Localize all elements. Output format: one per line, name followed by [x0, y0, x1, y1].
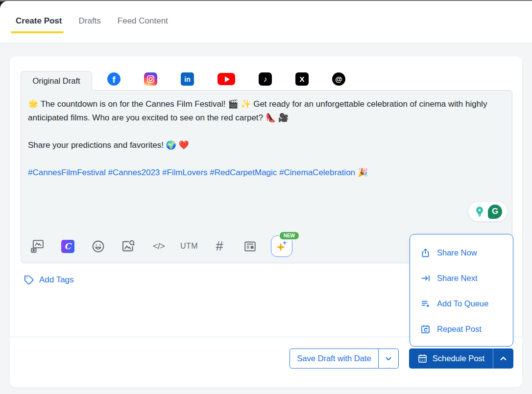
menu-item-label: Share Next [437, 274, 478, 283]
post-editor[interactable]: 🌟 The countdown is on for the Cannes Fil… [21, 91, 512, 193]
grammarly-suggestion-bulb-icon[interactable] [474, 206, 485, 217]
save-draft-dropdown-toggle[interactable] [378, 349, 398, 368]
post-template-icon[interactable] [241, 237, 259, 255]
instagram-icon[interactable] [144, 72, 157, 86]
ai-assistant-icon[interactable]: NEW [271, 235, 292, 257]
image-search-icon[interactable] [119, 237, 138, 255]
utm-label: UTM [180, 242, 198, 251]
menu-item-label: Repeat Post [437, 324, 482, 334]
youtube-play-glyph [225, 76, 230, 82]
hashtag-tool-icon[interactable]: # [210, 237, 229, 255]
x-glyph: X [299, 75, 304, 83]
hashtag-glyph: # [216, 239, 223, 254]
main-tabs: Create Post Drafts Feed Content [16, 16, 168, 26]
tiktok-glyph: ♪ [264, 75, 267, 84]
x-icon[interactable]: X [295, 72, 309, 86]
youtube-icon[interactable] [218, 73, 235, 85]
threads-icon[interactable]: @ [332, 72, 345, 86]
post-hashtags-line: #CannesFilmFestival #Cannes2023 #FilmLov… [28, 166, 505, 180]
share-now-icon [420, 248, 431, 258]
tab-original-draft[interactable]: Original Draft [21, 71, 92, 91]
save-draft-split-button: Save Draft with Date [290, 348, 399, 369]
active-tab-underline [11, 31, 64, 33]
chevron-down-icon [384, 354, 393, 363]
threads-glyph: @ [335, 75, 342, 83]
chevron-up-icon [499, 354, 508, 363]
editor-toolbar: C </> UTM # NEW [28, 233, 292, 259]
original-draft-label: Original Draft [32, 76, 80, 86]
post-hashtags[interactable]: #CannesFilmFestival #Cannes2023 #FilmLov… [28, 168, 355, 177]
add-tags-label: Add Tags [39, 275, 74, 285]
menu-item-share-next[interactable]: Share Next [410, 265, 513, 291]
embed-code-icon[interactable]: </> [149, 237, 168, 255]
grammarly-logo-icon[interactable]: G [488, 205, 502, 219]
tag-icon [24, 275, 34, 285]
schedule-post-label: Schedule Post [433, 354, 484, 363]
grammarly-g-glyph: G [492, 207, 498, 216]
save-draft-label: Save Draft with Date [297, 354, 371, 363]
canva-glyph: C [64, 241, 71, 251]
instagram-camera-glyph [146, 75, 155, 83]
schedule-options-toggle[interactable] [493, 348, 513, 369]
tab-drafts[interactable]: Drafts [78, 16, 100, 26]
post-tail-emoji: 🎉 [358, 168, 368, 177]
post-paragraph-1: 🌟 The countdown is on for the Cannes Fil… [28, 97, 505, 125]
add-tags-button[interactable]: Add Tags [24, 275, 74, 285]
schedule-post-button[interactable]: Schedule Post [409, 348, 493, 369]
menu-item-repeat-post[interactable]: Repeat Post [410, 316, 513, 342]
media-picker-icon[interactable] [28, 237, 47, 255]
emoji-picker-icon[interactable] [89, 237, 107, 255]
post-paragraph-2: Share your predictions and favorites! 🌍 … [28, 139, 505, 152]
grammarly-widget[interactable]: G [468, 201, 508, 222]
canva-icon[interactable]: C [58, 237, 77, 255]
add-to-queue-icon [420, 299, 431, 309]
menu-item-label: Add To Queue [437, 299, 488, 308]
new-badge: NEW [279, 231, 300, 240]
platform-tabs: f in ♪ X @ [107, 72, 345, 86]
save-draft-with-date-button[interactable]: Save Draft with Date [290, 349, 378, 368]
tab-feed-content[interactable]: Feed Content [118, 16, 168, 26]
facebook-icon[interactable]: f [107, 72, 121, 86]
code-glyph: </> [153, 241, 165, 252]
menu-item-add-to-queue[interactable]: Add To Queue [410, 291, 513, 316]
utm-tool[interactable]: UTM [180, 237, 198, 255]
linkedin-icon[interactable]: in [181, 72, 194, 86]
share-options-menu: Share Now Share Next Add To Queue Repeat… [410, 234, 513, 347]
menu-item-label: Share Now [437, 248, 477, 257]
repeat-post-icon [420, 324, 431, 334]
tab-create-post[interactable]: Create Post [16, 16, 62, 26]
menu-item-share-now[interactable]: Share Now [410, 240, 513, 265]
linkedin-glyph: in [184, 75, 190, 83]
calendar-icon [417, 353, 428, 364]
post-composer-card: Original Draft f in ♪ X @ 🌟 The countdow… [10, 56, 522, 387]
header: Create Post Drafts Feed Content [0, 1, 532, 43]
app-window: Create Post Drafts Feed Content Original… [0, 0, 532, 394]
share-next-icon [420, 273, 431, 283]
tiktok-icon[interactable]: ♪ [259, 72, 272, 86]
schedule-post-split-button: Schedule Post [409, 348, 513, 369]
facebook-glyph: f [112, 74, 115, 85]
